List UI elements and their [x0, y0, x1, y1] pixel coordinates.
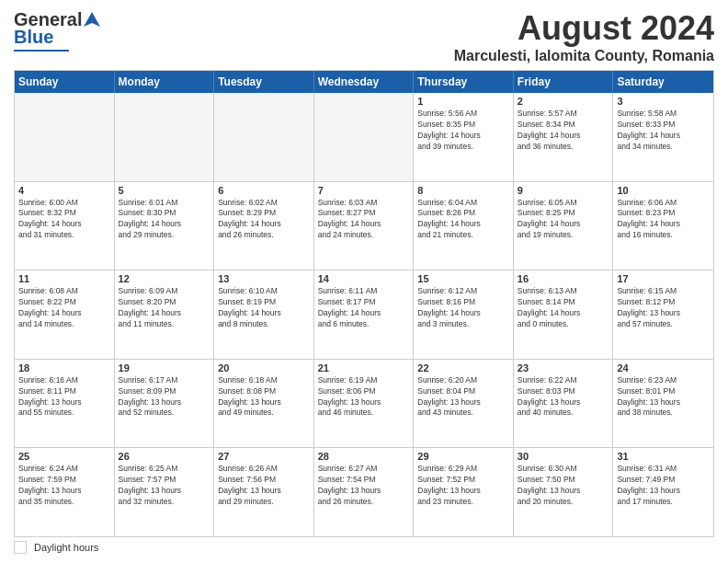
week-row-4: 18Sunrise: 6:16 AMSunset: 8:11 PMDayligh… [15, 360, 713, 449]
day-number: 4 [18, 185, 110, 196]
day-info: Sunrise: 6:00 AMSunset: 8:32 PMDaylight:… [18, 198, 110, 242]
day-cell: 30Sunrise: 6:30 AMSunset: 7:50 PMDayligh… [514, 448, 614, 536]
day-number: 29 [417, 451, 509, 462]
day-info: Sunrise: 6:29 AMSunset: 7:52 PMDaylight:… [417, 464, 509, 508]
footer-label: Daylight hours [34, 542, 98, 553]
day-header-saturday: Saturday [613, 71, 713, 93]
day-info: Sunrise: 6:17 AMSunset: 8:09 PMDaylight:… [119, 375, 210, 419]
daylight-indicator [14, 541, 27, 554]
day-header-friday: Friday [514, 71, 614, 93]
day-number: 31 [617, 451, 710, 462]
day-number: 6 [218, 185, 310, 196]
day-cell: 16Sunrise: 6:13 AMSunset: 8:14 PMDayligh… [514, 270, 614, 359]
week-row-3: 11Sunrise: 6:08 AMSunset: 8:22 PMDayligh… [15, 270, 713, 360]
day-number: 12 [119, 273, 210, 284]
day-number: 16 [518, 273, 609, 284]
day-info: Sunrise: 6:23 AMSunset: 8:01 PMDaylight:… [617, 375, 710, 419]
day-cell: 2Sunrise: 5:57 AMSunset: 8:34 PMDaylight… [514, 93, 614, 181]
day-info: Sunrise: 6:24 AMSunset: 7:59 PMDaylight:… [18, 464, 110, 508]
day-number: 27 [218, 451, 310, 462]
day-number: 30 [518, 451, 609, 462]
day-cell: 24Sunrise: 6:23 AMSunset: 8:01 PMDayligh… [613, 360, 713, 448]
day-info: Sunrise: 6:27 AMSunset: 7:54 PMDaylight:… [318, 464, 410, 508]
day-headers: SundayMondayTuesdayWednesdayThursdayFrid… [15, 71, 713, 93]
day-cell: 1Sunrise: 5:56 AMSunset: 8:35 PMDaylight… [414, 93, 514, 181]
day-cell: 10Sunrise: 6:06 AMSunset: 8:23 PMDayligh… [613, 182, 713, 270]
day-cell [15, 93, 115, 181]
day-info: Sunrise: 5:57 AMSunset: 8:34 PMDaylight:… [518, 109, 609, 153]
week-row-5: 25Sunrise: 6:24 AMSunset: 7:59 PMDayligh… [15, 448, 713, 536]
day-cell [314, 93, 415, 181]
day-number: 10 [617, 185, 710, 196]
week-row-1: 1Sunrise: 5:56 AMSunset: 8:35 PMDaylight… [15, 93, 713, 182]
day-cell: 17Sunrise: 6:15 AMSunset: 8:12 PMDayligh… [613, 270, 713, 359]
logo-blue: Blue [14, 27, 53, 48]
day-info: Sunrise: 6:05 AMSunset: 8:25 PMDaylight:… [518, 198, 609, 242]
day-info: Sunrise: 6:03 AMSunset: 8:27 PMDaylight:… [318, 198, 410, 242]
day-cell: 21Sunrise: 6:19 AMSunset: 8:06 PMDayligh… [314, 360, 415, 448]
day-number: 22 [417, 362, 509, 373]
day-info: Sunrise: 6:10 AMSunset: 8:19 PMDaylight:… [218, 286, 310, 330]
day-number: 24 [617, 362, 710, 373]
day-info: Sunrise: 6:22 AMSunset: 8:03 PMDaylight:… [518, 375, 609, 419]
day-info: Sunrise: 6:16 AMSunset: 8:11 PMDaylight:… [18, 375, 110, 419]
day-cell: 5Sunrise: 6:01 AMSunset: 8:30 PMDaylight… [115, 182, 215, 270]
calendar: SundayMondayTuesdayWednesdayThursdayFrid… [14, 70, 714, 537]
day-number: 19 [119, 362, 210, 373]
footer: Daylight hours [14, 541, 714, 554]
day-info: Sunrise: 6:13 AMSunset: 8:14 PMDaylight:… [518, 286, 609, 330]
day-number: 23 [518, 362, 609, 373]
logo-underline [14, 50, 69, 52]
day-info: Sunrise: 6:11 AMSunset: 8:17 PMDaylight:… [318, 286, 410, 330]
day-cell: 29Sunrise: 6:29 AMSunset: 7:52 PMDayligh… [414, 448, 514, 536]
day-info: Sunrise: 5:58 AMSunset: 8:33 PMDaylight:… [617, 109, 710, 153]
day-cell: 6Sunrise: 6:02 AMSunset: 8:29 PMDaylight… [214, 182, 314, 270]
day-info: Sunrise: 6:26 AMSunset: 7:56 PMDaylight:… [218, 464, 310, 508]
day-header-wednesday: Wednesday [314, 71, 415, 93]
day-number: 1 [417, 96, 509, 107]
day-info: Sunrise: 6:18 AMSunset: 8:08 PMDaylight:… [218, 375, 310, 419]
day-info: Sunrise: 6:01 AMSunset: 8:30 PMDaylight:… [119, 198, 210, 242]
day-info: Sunrise: 6:20 AMSunset: 8:04 PMDaylight:… [417, 375, 509, 419]
day-cell: 27Sunrise: 6:26 AMSunset: 7:56 PMDayligh… [214, 448, 314, 536]
day-cell [214, 93, 314, 181]
day-number: 18 [18, 362, 110, 373]
day-cell: 7Sunrise: 6:03 AMSunset: 8:27 PMDaylight… [314, 182, 415, 270]
day-cell: 14Sunrise: 6:11 AMSunset: 8:17 PMDayligh… [314, 270, 415, 359]
day-number: 3 [617, 96, 710, 107]
day-number: 28 [318, 451, 410, 462]
day-cell: 23Sunrise: 6:22 AMSunset: 8:03 PMDayligh… [514, 360, 614, 448]
day-info: Sunrise: 6:30 AMSunset: 7:50 PMDaylight:… [518, 464, 609, 508]
day-cell: 25Sunrise: 6:24 AMSunset: 7:59 PMDayligh… [15, 448, 115, 536]
day-info: Sunrise: 6:09 AMSunset: 8:20 PMDaylight:… [119, 286, 210, 330]
day-cell: 20Sunrise: 6:18 AMSunset: 8:08 PMDayligh… [214, 360, 314, 448]
day-header-monday: Monday [115, 71, 215, 93]
day-number: 2 [518, 96, 609, 107]
day-number: 9 [518, 185, 609, 196]
day-header-thursday: Thursday [414, 71, 514, 93]
day-number: 7 [318, 185, 410, 196]
title-area: August 2024 Marculesti, Ialomita County,… [454, 9, 714, 64]
day-header-tuesday: Tuesday [214, 71, 314, 93]
day-info: Sunrise: 6:31 AMSunset: 7:49 PMDaylight:… [617, 464, 710, 508]
day-cell: 22Sunrise: 6:20 AMSunset: 8:04 PMDayligh… [414, 360, 514, 448]
main-title: August 2024 [454, 9, 714, 48]
week-row-2: 4Sunrise: 6:00 AMSunset: 8:32 PMDaylight… [15, 182, 713, 271]
day-cell [115, 93, 215, 181]
day-cell: 3Sunrise: 5:58 AMSunset: 8:33 PMDaylight… [613, 93, 713, 181]
day-info: Sunrise: 6:08 AMSunset: 8:22 PMDaylight:… [18, 286, 110, 330]
day-info: Sunrise: 6:06 AMSunset: 8:23 PMDaylight:… [617, 198, 710, 242]
day-cell: 11Sunrise: 6:08 AMSunset: 8:22 PMDayligh… [15, 270, 115, 359]
day-number: 14 [318, 273, 410, 284]
day-cell: 26Sunrise: 6:25 AMSunset: 7:57 PMDayligh… [115, 448, 215, 536]
day-cell: 13Sunrise: 6:10 AMSunset: 8:19 PMDayligh… [214, 270, 314, 359]
day-number: 5 [119, 185, 210, 196]
day-number: 8 [417, 185, 509, 196]
logo-icon [82, 10, 102, 30]
day-cell: 19Sunrise: 6:17 AMSunset: 8:09 PMDayligh… [115, 360, 215, 448]
day-number: 15 [417, 273, 509, 284]
page: General Blue August 2024 Marculesti, Ial… [0, 0, 728, 563]
day-cell: 4Sunrise: 6:00 AMSunset: 8:32 PMDaylight… [15, 182, 115, 270]
day-number: 13 [218, 273, 310, 284]
day-info: Sunrise: 6:12 AMSunset: 8:16 PMDaylight:… [417, 286, 509, 330]
